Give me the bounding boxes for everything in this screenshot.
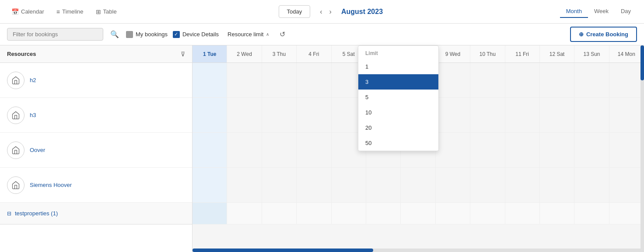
tab-week[interactable]: Week — [588, 5, 615, 18]
prev-arrow-button[interactable]: ‹ — [317, 7, 325, 17]
dropdown-option-20[interactable]: 20 — [358, 120, 438, 135]
cal-cell-tp-12[interactable] — [574, 203, 609, 224]
cal-cell-h3-3[interactable] — [262, 98, 297, 132]
cal-cell-tp-6[interactable] — [366, 203, 401, 224]
cal-cell-h3-1[interactable] — [192, 98, 227, 132]
cal-cell-siemens-3[interactable] — [262, 168, 297, 202]
cal-cell-siemens-10[interactable] — [505, 168, 540, 202]
resource-name-siemens[interactable]: Siemens Hoover — [30, 182, 72, 188]
resource-name-oover[interactable]: Oover — [30, 147, 45, 153]
search-button[interactable]: 🔍 — [108, 28, 121, 40]
cal-cell-siemens-2[interactable] — [227, 168, 262, 202]
cal-cell-tp-1[interactable] — [192, 203, 227, 224]
cal-cell-h3-8[interactable] — [436, 98, 470, 132]
cal-cell-tp-11[interactable] — [540, 203, 574, 224]
cal-cell-tp-2[interactable] — [227, 203, 262, 224]
cal-cell-tp-9[interactable] — [470, 203, 505, 224]
cal-cell-siemens-13[interactable] — [609, 168, 644, 202]
my-bookings-toggle[interactable]: My bookings — [126, 31, 168, 38]
cal-cell-h2-8[interactable] — [436, 63, 470, 97]
next-arrow-button[interactable]: › — [327, 7, 334, 17]
cal-cell-h3-12[interactable] — [574, 98, 609, 132]
cal-row-siemens — [192, 168, 644, 203]
cal-cell-oover-4[interactable] — [297, 133, 331, 167]
cal-cell-h2-11[interactable] — [540, 63, 574, 97]
cal-cell-h3-2[interactable] — [227, 98, 262, 132]
cal-cell-h2-1[interactable] — [192, 63, 227, 97]
dropdown-option-10[interactable]: 10 — [358, 105, 438, 120]
cal-cell-tp-7[interactable] — [401, 203, 435, 224]
cal-cell-h3-10[interactable] — [505, 98, 540, 132]
cal-cell-h2-13[interactable] — [609, 63, 644, 97]
device-details-label: Device Details — [182, 31, 219, 38]
cal-cell-h2-10[interactable] — [505, 63, 540, 97]
cal-header-1tue: 1 Tue — [192, 45, 227, 62]
resource-limit-label: Resource limit — [228, 31, 263, 38]
tab-month[interactable]: Month — [560, 5, 588, 18]
cal-header-2wed: 2 Wed — [227, 45, 262, 62]
dropdown-option-1[interactable]: 1 — [358, 59, 438, 74]
group-expand-icon[interactable]: ⊟ — [7, 211, 11, 217]
cal-cell-siemens-9[interactable] — [470, 168, 505, 202]
dropdown-option-5[interactable]: 5 — [358, 90, 438, 105]
resource-item-h3: h3 — [0, 98, 192, 133]
group-name-testproperties[interactable]: testproperties (1) — [15, 210, 58, 217]
tab-calendar[interactable]: 📅 Calendar — [7, 6, 49, 18]
current-month-label: August 2023 — [341, 8, 402, 16]
view-tabs-left: 📅 Calendar ≡ Timeline ⊞ Table — [7, 6, 121, 18]
cal-cell-oover-12[interactable] — [574, 133, 609, 167]
tab-timeline[interactable]: ≡ Timeline — [52, 6, 88, 18]
resource-name-h3[interactable]: h3 — [30, 112, 36, 118]
filter-input[interactable] — [7, 28, 103, 41]
cal-cell-oover-8[interactable] — [436, 133, 470, 167]
calendar-icon: 📅 — [11, 8, 19, 15]
cal-cell-siemens-11[interactable] — [540, 168, 574, 202]
right-scrollbar[interactable] — [640, 45, 644, 252]
dropdown-option-50[interactable]: 50 — [358, 135, 438, 151]
dropdown-option-3[interactable]: 3 — [358, 74, 438, 90]
calendar-tab-label: Calendar — [21, 8, 44, 15]
device-details-toggle[interactable]: ✓ Device Details — [173, 31, 219, 38]
cal-cell-h3-9[interactable] — [470, 98, 505, 132]
tab-day[interactable]: Day — [615, 5, 637, 18]
resource-item-h2: h2 — [0, 63, 192, 98]
cal-cell-tp-8[interactable] — [436, 203, 470, 224]
top-nav: 📅 Calendar ≡ Timeline ⊞ Table Today ‹ › … — [0, 0, 644, 24]
resource-limit-button[interactable]: Resource limit ∧ — [224, 29, 273, 39]
cal-cell-h3-4[interactable] — [297, 98, 331, 132]
cal-cell-tp-4[interactable] — [297, 203, 331, 224]
cal-cell-tp-5[interactable] — [332, 203, 366, 224]
bottom-scrollbar[interactable] — [192, 249, 644, 252]
cal-cell-h2-9[interactable] — [470, 63, 505, 97]
cal-cell-h3-11[interactable] — [540, 98, 574, 132]
cal-cell-oover-3[interactable] — [262, 133, 297, 167]
cal-cell-h3-13[interactable] — [609, 98, 644, 132]
today-button[interactable]: Today — [279, 5, 311, 18]
cal-cell-tp-13[interactable] — [609, 203, 644, 224]
cal-cell-oover-10[interactable] — [505, 133, 540, 167]
tab-table[interactable]: ⊞ Table — [91, 6, 121, 18]
cal-cell-h2-12[interactable] — [574, 63, 609, 97]
cal-cell-oover-11[interactable] — [540, 133, 574, 167]
cal-cell-siemens-7[interactable] — [401, 168, 435, 202]
cal-cell-tp-10[interactable] — [505, 203, 540, 224]
cal-cell-oover-9[interactable] — [470, 133, 505, 167]
cal-cell-oover-13[interactable] — [609, 133, 644, 167]
cal-cell-oover-1[interactable] — [192, 133, 227, 167]
resources-filter-button[interactable]: ⊽ — [181, 51, 185, 58]
cal-cell-h2-3[interactable] — [262, 63, 297, 97]
cal-cell-siemens-1[interactable] — [192, 168, 227, 202]
cal-cell-siemens-8[interactable] — [436, 168, 470, 202]
reset-button[interactable]: ↺ — [278, 28, 287, 40]
cal-cell-oover-2[interactable] — [227, 133, 262, 167]
create-booking-button[interactable]: ⊕ Create Booking — [570, 27, 637, 42]
cal-cell-siemens-5[interactable] — [332, 168, 366, 202]
cal-cell-tp-3[interactable] — [262, 203, 297, 224]
cal-cell-h2-4[interactable] — [297, 63, 331, 97]
cal-cell-siemens-4[interactable] — [297, 168, 331, 202]
timeline-tab-label: Timeline — [62, 8, 84, 15]
cal-cell-siemens-12[interactable] — [574, 168, 609, 202]
resource-name-h2[interactable]: h2 — [30, 77, 36, 83]
cal-cell-siemens-6[interactable] — [366, 168, 401, 202]
cal-cell-h2-2[interactable] — [227, 63, 262, 97]
